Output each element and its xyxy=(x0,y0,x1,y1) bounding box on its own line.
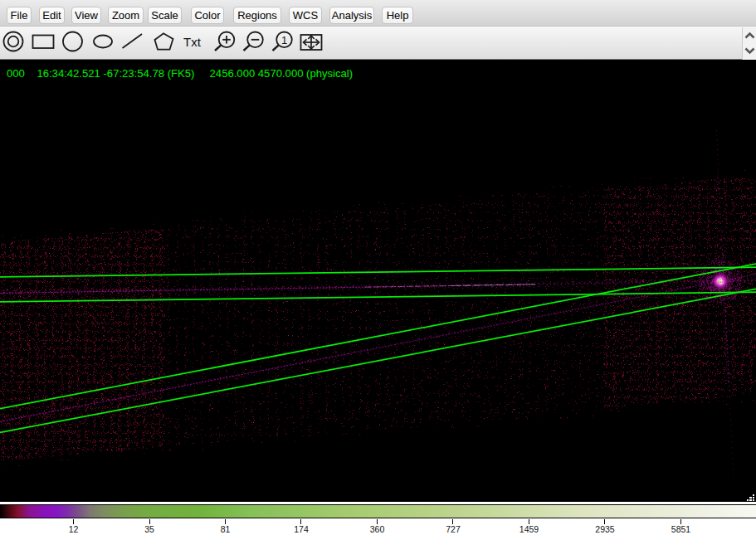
svg-text:1: 1 xyxy=(281,34,287,46)
svg-text:Txt: Txt xyxy=(183,35,202,49)
